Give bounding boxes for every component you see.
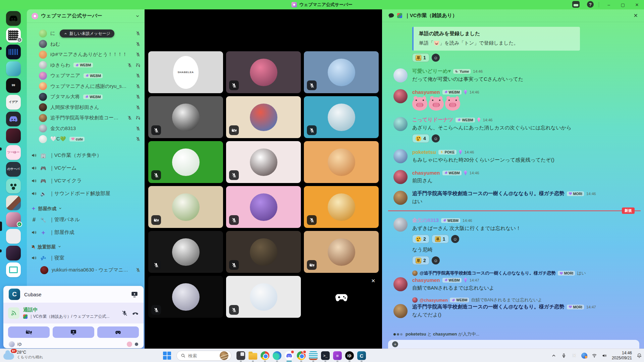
taskbar-app-purple-stack[interactable]: ≡ [331,349,343,362]
video-tile[interactable] [226,51,301,93]
camera-off-button[interactable] [8,326,50,338]
video-tile[interactable] [148,186,223,228]
chat-close-icon[interactable]: ✕ [634,12,638,19]
taskbar-app-yu[interactable]: ゆ [343,349,356,362]
voice-member-row[interactable]: ブタマル大将WEBM [27,92,145,102]
rail-server-nosaba[interactable]: のサーバ [6,162,21,177]
rail-server-miku[interactable] [6,61,21,76]
hangup-icon[interactable] [132,310,139,317]
voice-member-row[interactable]: 人間探求学部杉田さん [27,102,145,113]
video-tile[interactable] [304,51,379,93]
reaction-pill[interactable]: 草2 [412,256,429,265]
chat-message[interactable]: poketetsuPOKE14:46もみしゃにやられた時20分くらいジーンって感… [382,148,644,164]
video-tile[interactable] [226,231,301,273]
reaction-pill[interactable]: 草1 [432,235,449,243]
video-tile[interactable] [304,141,379,183]
rail-server-tsuyu[interactable]: ツーゆー [6,145,21,160]
chat-message[interactable]: 追手門学院高等学校創造コースの一樹くん@ななもり。様ガチ恋勢MORI14:47な… [382,303,644,318]
message-continuation[interactable]: なう尼崎草2☺ [382,246,644,265]
add-reaction-button[interactable]: ☺ [432,54,440,62]
server-header[interactable]: ウェブマニア公式サーバー [27,9,145,23]
rail-server-easel[interactable] [6,262,21,277]
category-idle-rooms[interactable]: 放置部屋 [27,242,145,252]
bot-embed-message[interactable]: 単語の読みを登録しました単語「🐷」を読み「トン」で登録しました。草1☺ [382,27,644,62]
voice-member-row[interactable]: 金欠の8313 [27,123,145,134]
taskbar-search[interactable] [176,351,231,361]
voice-channel-row[interactable]: 🔉｜サウンドボード解放部屋 [27,187,145,200]
start-button[interactable] [161,349,173,362]
message-input[interactable]: ＋ [388,340,639,349]
voice-member-row[interactable]: ねむ [27,39,145,50]
maximize-button[interactable]: ▢ [616,2,630,7]
rail-server-99[interactable]: 99 [6,78,21,93]
reaction-pill[interactable]: 草1 [412,53,429,62]
video-tile[interactable] [148,141,223,183]
notification-bell-icon[interactable]: z [636,353,642,359]
rail-server-anime-red[interactable] [6,128,21,143]
attach-plus-icon[interactable]: ＋ [392,341,398,347]
voice-channel-row[interactable]: 💤｜寝室 [27,252,145,264]
chat-message[interactable]: chasyumenWEBM14:46 [382,88,644,111]
tray-mic-icon[interactable] [561,353,567,359]
taskbar-edge[interactable] [271,349,283,362]
voice-channel-row[interactable]: 🎮｜VCマイクラ [27,175,145,187]
video-tile[interactable]: ✕ [304,276,379,318]
search-highlight-saturn-icon[interactable] [220,351,228,360]
rail-server-discord-dark[interactable] [6,112,21,126]
voice-member-row[interactable]: yukkuri-marisa0630 - ウェブマニア… [27,264,145,276]
screenshare-button[interactable] [53,326,94,338]
noise-suppression-icon[interactable] [121,310,128,317]
voice-member-row[interactable]: ゆ#マニアさんありがとう！！！！ [27,49,145,60]
video-tile[interactable] [304,186,379,228]
video-tile[interactable] [226,276,301,318]
voice-member-row[interactable]: ウェブマニアWEBM [27,70,145,81]
rail-server-teal-face[interactable] [6,179,21,193]
tray-sphere-app-icon[interactable] [581,353,587,359]
taskbar-discord[interactable] [283,349,295,362]
video-tile[interactable] [226,186,301,228]
activities-button[interactable] [97,326,139,338]
help-icon[interactable]: ? [587,1,594,8]
taskbar-app-dark-square[interactable] [235,349,247,362]
message-list[interactable]: 単語の読みを登録しました単語「🐷」を読み「トン」で登録しました。草1☺可愛いどり… [382,22,644,337]
reply-context[interactable]: @追手門学院高等学校創造コースの一樹くん@ななもり。様ガチ恋勢MORIはい [412,270,637,276]
video-tile[interactable] [148,96,223,138]
inbox-icon[interactable] [572,1,580,8]
new-unread-banner[interactable]: 新しい未読メッセージ [60,29,114,38]
video-tile[interactable] [304,231,379,273]
add-reaction-button[interactable]: ☺ [432,134,440,142]
rail-server-pixel[interactable] [6,195,21,210]
voice-member-row[interactable]: 🤍C💚cute [27,134,145,144]
video-tile[interactable] [148,231,223,273]
chat-message[interactable]: 金欠の8313WEBM14:46あずきばーさん 次大阪に行くまでは忘れない！2草… [382,217,644,243]
chat-message[interactable]: chasyumenWEBM14:46前田さん [382,169,644,184]
rail-server-soundwave[interactable] [6,45,21,59]
chat-message[interactable]: こってりドーナツWEBM14:46あざりん、そこらへんにあった消しカスの次ぐらい… [382,116,644,143]
voice-member-row[interactable]: ゆきらわWEBM [27,60,145,71]
video-tile[interactable] [226,96,301,138]
tray-clock[interactable]: 14:46 2025/09/21 [612,351,632,361]
category-create-rooms[interactable]: ＋部屋作成 [27,204,145,214]
wifi-icon[interactable] [592,353,597,359]
chat-message[interactable]: 追手門学院高等学校創造コースの一樹くん@ななもり。様ガチ恋勢MORI14:46は… [382,190,644,205]
chat-message[interactable]: 可愛いどりーめ♥Yume14:46だって俺が可愛いのは事実ってCさんがいってた [382,68,644,83]
user-mini-row[interactable]: ゆ [3,338,144,347]
tile-close-icon[interactable]: ✕ [371,278,375,284]
taskbar-app-stripes[interactable] [307,349,319,362]
video-tile[interactable] [304,96,379,138]
add-reaction-button[interactable]: ☺ [432,256,440,264]
voice-channel-row[interactable]: 🏢｜VC作業（ガチ集中） [27,149,145,162]
reaction-pill[interactable]: 2 [412,235,429,243]
chat-message[interactable]: chasyumenWEBM14:47自鯖でBANされるまでは忘れないよ [382,277,644,292]
rail-server-idea[interactable]: イデア [6,95,21,110]
voice-member-row[interactable]: 追手門学院高等学校創造コース… [27,113,145,123]
rail-server-anime-dark[interactable] [6,246,21,260]
weather-widget[interactable]: 9+ 28°C くもりのち晴れ [3,350,43,360]
minimize-button[interactable]: – [602,2,616,7]
video-tile[interactable] [148,276,223,318]
reply-context[interactable]: @chasyumenWEBM自鯖でBANされるまでは忘れないよ [412,297,637,303]
rail-server-ghost[interactable] [6,229,21,244]
text-channel-row[interactable]: #🔧｜管理パネル [27,214,145,226]
volume-icon[interactable] [602,353,607,359]
close-button[interactable]: ✕ [630,2,644,7]
